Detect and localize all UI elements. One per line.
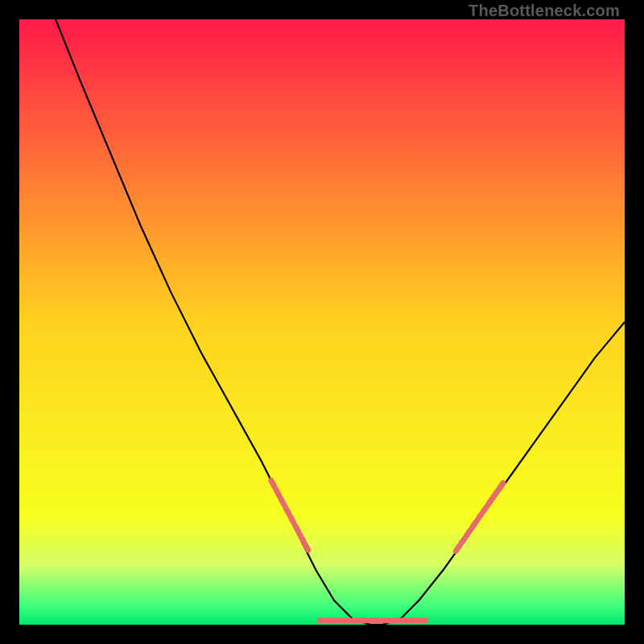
highlight-marker (477, 514, 481, 520)
highlight-marker (499, 483, 503, 489)
highlight-marker (489, 499, 492, 504)
highlight-marker (473, 522, 476, 528)
highlight-marker (271, 481, 275, 486)
highlight-marker (286, 508, 289, 514)
highlight-marker (461, 538, 465, 543)
highlight-marker (456, 546, 459, 551)
highlight-marker (467, 530, 471, 535)
highlight-marker (305, 544, 308, 551)
highlight-marker (483, 506, 487, 511)
highlight-marker (494, 491, 498, 497)
highlight-marker (276, 489, 279, 495)
highlight-marker (300, 535, 303, 541)
chart-frame (19, 19, 625, 625)
highlight-marker (281, 498, 284, 505)
highlight-marker (291, 517, 294, 522)
chart-plot (19, 19, 625, 625)
highlight-marker (295, 526, 299, 531)
gradient-background (19, 19, 625, 625)
watermark-text: TheBottleneck.com (469, 2, 620, 20)
